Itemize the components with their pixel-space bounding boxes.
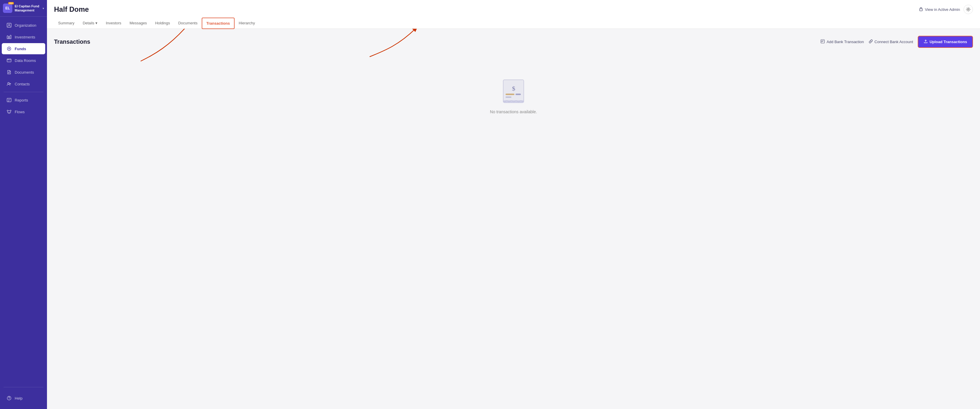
dropdown-icon: ▾	[95, 21, 97, 25]
data-rooms-icon	[6, 58, 12, 63]
content-area: Transactions Add Bank Transaction	[47, 29, 980, 409]
tab-summary[interactable]: Summary	[54, 17, 79, 29]
sidebar-bottom: Help	[0, 390, 47, 409]
sidebar-item-investments[interactable]: Investments	[2, 32, 45, 43]
page-title: Half Dome	[54, 5, 89, 14]
svg-rect-4	[10, 35, 11, 39]
sidebar-item-label: Help	[15, 396, 22, 401]
upload-transactions-button[interactable]: Upload Transactions	[918, 36, 973, 48]
sidebar-item-label: Documents	[15, 70, 34, 75]
sidebar-item-label: Organization	[15, 23, 37, 28]
svg-point-7	[8, 59, 8, 60]
content-actions: Add Bank Transaction Connect Bank Accoun…	[821, 36, 973, 48]
svg-rect-16	[920, 9, 923, 11]
organization-icon	[6, 22, 12, 28]
svg-point-13	[8, 113, 10, 114]
empty-state: $ No transactions available.	[54, 55, 973, 138]
sidebar-item-organization[interactable]: Organization	[2, 20, 45, 31]
pro-badge: PRO	[8, 2, 14, 5]
investments-icon	[6, 34, 12, 40]
empty-text: No transactions available.	[490, 109, 537, 114]
svg-point-17	[968, 9, 969, 10]
sidebar-item-reports[interactable]: Reports	[2, 95, 45, 106]
svg-point-8	[8, 59, 9, 60]
funds-icon	[6, 46, 12, 51]
svg-rect-22	[506, 94, 514, 95]
connect-bank-account-link[interactable]: Connect Bank Account	[869, 39, 913, 44]
tab-holdings[interactable]: Holdings	[151, 17, 174, 29]
tab-details[interactable]: Details ▾	[79, 17, 102, 29]
upload-icon	[924, 39, 928, 44]
topbar-row: Half Dome View in Active Admin	[54, 5, 973, 14]
add-bank-transaction-link[interactable]: Add Bank Transaction	[821, 39, 864, 44]
org-name: El Capitan Fund Management	[15, 4, 40, 13]
main-content: Half Dome View in Active Admin	[47, 0, 980, 409]
tabs: Summary Details ▾ Investors Messages Hol…	[54, 17, 973, 29]
transactions-title: Transactions	[54, 38, 90, 45]
reports-icon	[6, 97, 12, 103]
sidebar-item-contacts[interactable]: Contacts	[2, 78, 45, 89]
sidebar-item-label: Investments	[15, 35, 35, 39]
flows-icon	[6, 109, 12, 114]
lock-icon	[919, 7, 923, 12]
sidebar-item-label: Flows	[15, 110, 25, 114]
svg-point-12	[10, 110, 11, 111]
tab-transactions[interactable]: Transactions	[202, 17, 235, 29]
sidebar-item-documents[interactable]: Documents	[2, 67, 45, 78]
help-icon	[6, 395, 12, 401]
sidebar-item-flows[interactable]: Flows	[2, 106, 45, 117]
sidebar-item-data-rooms[interactable]: Data Rooms	[2, 55, 45, 66]
svg-point-9	[8, 82, 10, 84]
tab-investors[interactable]: Investors	[102, 17, 126, 29]
view-active-admin-link[interactable]: View in Active Admin	[919, 7, 960, 12]
tab-messages[interactable]: Messages	[126, 17, 151, 29]
receipt-icon	[821, 39, 825, 44]
sidebar-bottom-divider	[3, 387, 43, 387]
sidebar-nav: Organization Investments Funds	[0, 17, 47, 385]
topbar-actions: View in Active Admin	[919, 5, 973, 14]
svg-point-1	[8, 24, 10, 25]
contacts-icon	[6, 81, 12, 87]
sidebar-item-help[interactable]: Help	[2, 393, 45, 404]
svg-text:$: $	[512, 85, 515, 92]
link-icon	[869, 39, 873, 44]
chevron-down-icon: ▾	[43, 7, 44, 10]
settings-button[interactable]	[964, 5, 973, 14]
documents-icon	[6, 70, 12, 75]
svg-point-11	[7, 110, 8, 111]
receipt-illustration: $	[500, 78, 527, 105]
svg-rect-2	[7, 36, 8, 39]
tab-hierarchy[interactable]: Hierarchy	[235, 17, 259, 29]
sidebar-item-funds[interactable]: Funds	[2, 43, 45, 54]
sidebar-item-label: Data Rooms	[15, 59, 36, 63]
sidebar-item-label: Reports	[15, 98, 28, 102]
sidebar: PRO EL El Capitan Fund Management ▾ Orga…	[0, 0, 47, 409]
svg-rect-3	[8, 36, 10, 39]
sidebar-item-label: Funds	[15, 47, 26, 51]
svg-rect-23	[515, 94, 521, 95]
topbar: Half Dome View in Active Admin	[47, 0, 980, 29]
content-header: Transactions Add Bank Transaction	[54, 36, 973, 48]
svg-rect-6	[7, 59, 11, 62]
svg-rect-24	[506, 97, 511, 98]
svg-point-15	[9, 399, 9, 399]
avatar: PRO EL	[3, 3, 12, 13]
tab-documents[interactable]: Documents	[174, 17, 202, 29]
sidebar-header[interactable]: PRO EL El Capitan Fund Management ▾	[0, 0, 47, 17]
sidebar-item-label: Contacts	[15, 82, 30, 86]
